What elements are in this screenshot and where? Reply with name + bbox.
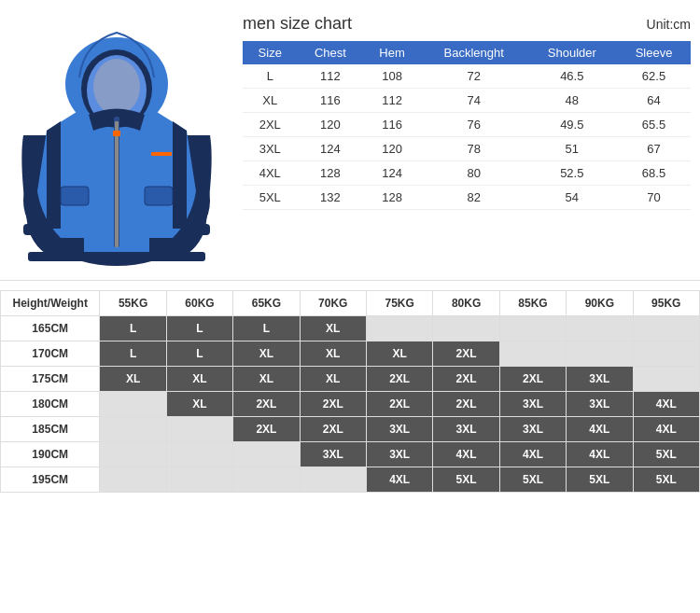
svg-rect-12 (182, 224, 210, 235)
hw-height-label: 180CM (1, 392, 100, 417)
hw-size-cell: 2XL (366, 392, 432, 417)
size-table-header: Sleeve (617, 41, 691, 64)
svg-rect-13 (28, 252, 205, 261)
hw-table-header: Height/Weight (1, 291, 100, 316)
size-label: 3XL (243, 137, 298, 161)
size-chart-unit: Unit:cm (647, 17, 691, 32)
size-label: 5XL (243, 186, 298, 210)
hw-size-cell: 2XL (499, 367, 566, 392)
size-table-header: Size (243, 41, 298, 64)
svg-rect-7 (113, 131, 120, 136)
size-value: 54 (527, 186, 617, 210)
size-value: 68.5 (617, 161, 691, 186)
size-value: 49.5 (527, 113, 617, 137)
size-value: 70 (617, 186, 691, 210)
hw-size-cell: 3XL (499, 392, 566, 417)
size-table-header: Shoulder (527, 41, 617, 64)
size-value: 120 (363, 137, 421, 161)
hw-size-cell: 5XL (499, 467, 566, 493)
hw-size-cell: 3XL (300, 442, 366, 467)
hw-height-label: 185CM (1, 417, 100, 442)
hw-table-row: 180CMXL2XL2XL2XL2XL3XL3XL4XL (1, 392, 700, 417)
hw-table-header: 90KG (567, 291, 633, 316)
hw-size-cell: 3XL (366, 442, 432, 467)
svg-rect-9 (145, 187, 173, 205)
hw-size-cell: 4XL (499, 442, 566, 467)
size-value: 46.5 (527, 64, 617, 89)
size-value: 80 (421, 161, 527, 186)
size-chart-container: men size chart Unit:cm SizeChestHemBackl… (233, 14, 691, 266)
size-value: 78 (421, 137, 527, 161)
hw-size-cell (633, 341, 699, 367)
svg-rect-6 (115, 121, 119, 247)
size-table-header-row: SizeChestHemBacklenghtShoulderSleeve (243, 41, 691, 64)
hw-size-cell: 3XL (567, 367, 633, 392)
hw-size-cell (100, 392, 166, 417)
hw-size-cell (233, 467, 300, 493)
size-label: 2XL (243, 113, 298, 137)
size-value: 51 (527, 137, 617, 161)
size-value: 128 (298, 161, 364, 186)
hw-size-cell: 2XL (300, 417, 366, 442)
hw-size-cell: L (100, 316, 166, 341)
hw-size-cell: L (233, 316, 300, 341)
size-value: 116 (298, 89, 364, 113)
hw-size-cell: 2XL (233, 417, 300, 442)
hw-size-cell: 4XL (366, 467, 432, 493)
hw-size-cell: 5XL (633, 442, 699, 467)
size-table-header: Backlenght (421, 41, 527, 64)
size-table-row: 4XL1281248052.568.5 (243, 161, 691, 186)
hw-table-header: 60KG (166, 291, 232, 316)
hw-size-cell (499, 316, 566, 341)
hw-size-cell: 2XL (433, 341, 499, 367)
size-value: 65.5 (617, 113, 691, 137)
hw-table-row: 175CMXLXLXLXL2XL2XL2XL3XL (1, 367, 700, 392)
hw-height-label: 165CM (1, 316, 100, 341)
size-label: L (243, 64, 298, 89)
hw-size-cell: 4XL (633, 392, 699, 417)
size-value: 62.5 (617, 64, 691, 89)
size-label: 4XL (243, 161, 298, 186)
hw-size-cell: XL (233, 367, 300, 392)
size-value: 120 (298, 113, 364, 137)
size-value: 82 (421, 186, 527, 210)
hw-size-cell: XL (166, 367, 232, 392)
hw-table-row: 185CM2XL2XL3XL3XL3XL4XL4XL (1, 417, 700, 442)
hw-table-row: 165CMLLLXL (1, 316, 700, 341)
hw-size-cell (567, 341, 633, 367)
hw-size-cell (233, 442, 300, 467)
size-table: SizeChestHemBacklenghtShoulderSleeve L11… (243, 41, 691, 210)
size-value: 116 (363, 113, 421, 137)
hw-size-cell: XL (366, 341, 432, 367)
size-value: 52.5 (527, 161, 617, 186)
hw-size-cell (100, 417, 166, 442)
jacket-image (9, 14, 224, 266)
hw-table-header: 85KG (499, 291, 566, 316)
size-table-row: 5XL132128825470 (243, 186, 691, 210)
hw-height-label: 170CM (1, 341, 100, 367)
hw-size-cell (166, 442, 232, 467)
size-table-row: XL116112744864 (243, 89, 691, 113)
size-value: 64 (617, 89, 691, 113)
hw-table-header: 80KG (433, 291, 499, 316)
hw-size-cell: 5XL (633, 467, 699, 493)
hw-table-header: 75KG (366, 291, 432, 316)
size-value: 124 (298, 137, 364, 161)
hw-size-cell: 2XL (433, 392, 499, 417)
hw-size-cell: XL (300, 367, 366, 392)
size-value: 74 (421, 89, 527, 113)
size-value: 124 (363, 161, 421, 186)
hw-size-cell (166, 467, 232, 493)
size-table-header: Hem (363, 41, 421, 64)
hw-size-cell: XL (300, 316, 366, 341)
hw-size-cell: 4XL (633, 417, 699, 442)
hw-table-row: 170CMLLXLXLXL2XL (1, 341, 700, 367)
size-value: 112 (363, 89, 421, 113)
hw-table-header: 95KG (633, 291, 699, 316)
svg-rect-11 (23, 224, 51, 235)
svg-rect-10 (151, 152, 172, 156)
hw-table-row: 190CM3XL3XL4XL4XL4XL5XL (1, 442, 700, 467)
size-value: 48 (527, 89, 617, 113)
hw-height-label: 190CM (1, 442, 100, 467)
size-table-row: L1121087246.562.5 (243, 64, 691, 89)
